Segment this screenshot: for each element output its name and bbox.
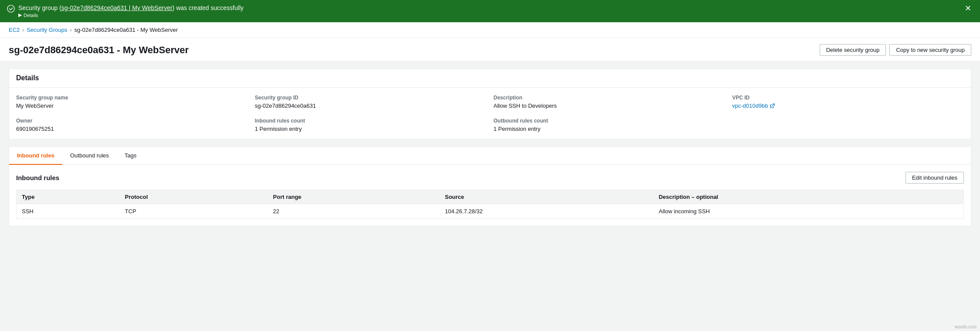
success-banner-text: Security group (sg-02e7d86294ce0a631 | M…	[18, 4, 244, 18]
col-type: Type	[17, 190, 120, 204]
success-banner-link[interactable]: sg-02e7d86294ce0a631 | My WebServer	[61, 4, 173, 11]
inbound-rules-title: Inbound rules	[16, 174, 59, 181]
details-card-body: Security group name My WebServer Securit…	[9, 88, 971, 139]
table-row: SSH TCP 22 104.26.7.28/32 Allow incoming…	[17, 204, 963, 219]
inbound-rules-section: Inbound rules Edit inbound rules Type Pr…	[9, 165, 971, 226]
page-title: sg-02e7d86294ce0a631 - My WebServer	[9, 44, 189, 56]
tabs-section: Inbound rules Outbound rules Tags Inboun…	[9, 147, 971, 226]
detail-inbound-count: Inbound rules count 1 Permission entry	[255, 118, 487, 132]
tab-tags[interactable]: Tags	[117, 147, 144, 165]
col-source: Source	[440, 190, 654, 204]
table-body: SSH TCP 22 104.26.7.28/32 Allow incoming…	[17, 204, 963, 219]
details-card-header: Details	[9, 69, 971, 88]
col-protocol: Protocol	[120, 190, 268, 204]
detail-label-sg-id: Security group ID	[255, 95, 487, 101]
svg-point-0	[7, 5, 14, 12]
breadcrumb-separator-1: ›	[22, 27, 24, 33]
success-banner-details[interactable]: ▶ Details	[18, 12, 244, 18]
detail-label-description: Description	[494, 95, 726, 101]
header-actions: Delete security group Copy to new securi…	[820, 44, 971, 56]
detail-value-sg-id: sg-02e7d86294ce0a631	[255, 102, 487, 109]
col-port-range: Port range	[268, 190, 440, 204]
tab-inbound-rules[interactable]: Inbound rules	[9, 147, 62, 165]
detail-security-group-name: Security group name My WebServer	[16, 95, 248, 109]
detail-placeholder	[732, 118, 964, 132]
detail-security-group-id: Security group ID sg-02e7d86294ce0a631	[255, 95, 487, 109]
col-description: Description – optional	[654, 190, 963, 204]
success-banner: Security group (sg-02e7d86294ce0a631 | M…	[0, 0, 980, 22]
details-toggle-label: Details	[24, 13, 38, 18]
details-toggle-icon: ▶	[18, 12, 22, 18]
success-icon	[7, 5, 15, 13]
detail-vpc-id: VPC ID vpc-d010d9bb	[732, 95, 964, 109]
success-banner-content: Security group (sg-02e7d86294ce0a631 | M…	[7, 4, 244, 18]
detail-value-vpc-id[interactable]: vpc-d010d9bb	[732, 102, 964, 109]
row-protocol: TCP	[120, 204, 268, 219]
row-description: Allow incoming SSH	[654, 204, 963, 219]
external-link-icon	[770, 103, 775, 109]
page-header: sg-02e7d86294ce0a631 - My WebServer Dele…	[0, 38, 980, 61]
detail-label-outbound-count: Outbound rules count	[494, 118, 726, 124]
row-type: SSH	[17, 204, 120, 219]
edit-inbound-rules-button[interactable]: Edit inbound rules	[905, 172, 964, 184]
tab-outbound-rules[interactable]: Outbound rules	[62, 147, 117, 165]
detail-value-description: Allow SSH to Developers	[494, 102, 726, 109]
details-card-title: Details	[16, 74, 39, 82]
details-card: Details Security group name My WebServer…	[9, 68, 971, 140]
breadcrumb-security-groups[interactable]: Security Groups	[27, 27, 67, 33]
detail-label-inbound-count: Inbound rules count	[255, 118, 487, 124]
row-source: 104.26.7.28/32	[440, 204, 654, 219]
banner-close-button[interactable]: ✕	[963, 4, 973, 12]
detail-label-vpc-id: VPC ID	[732, 95, 964, 101]
detail-label-owner: Owner	[16, 118, 248, 124]
detail-outbound-count: Outbound rules count 1 Permission entry	[494, 118, 726, 132]
delete-security-group-button[interactable]: Delete security group	[820, 44, 886, 56]
breadcrumb: EC2 › Security Groups › sg-02e7d86294ce0…	[0, 22, 980, 38]
breadcrumb-current: sg-02e7d86294ce0a631 - My WebServer	[75, 27, 178, 33]
success-banner-title: Security group (sg-02e7d86294ce0a631 | M…	[18, 4, 244, 11]
table-section-header: Inbound rules Edit inbound rules	[16, 172, 964, 184]
tabs-bar: Inbound rules Outbound rules Tags	[9, 147, 971, 165]
table-header: Type Protocol Port range Source Descript…	[17, 190, 963, 204]
inbound-rules-table: Type Protocol Port range Source Descript…	[17, 190, 963, 218]
copy-security-group-button[interactable]: Copy to new security group	[889, 44, 971, 56]
inbound-rules-table-wrapper: Type Protocol Port range Source Descript…	[16, 190, 964, 219]
detail-value-sg-name: My WebServer	[16, 102, 248, 109]
breadcrumb-ec2[interactable]: EC2	[9, 27, 20, 33]
detail-description: Description Allow SSH to Developers	[494, 95, 726, 109]
breadcrumb-separator-2: ›	[70, 27, 72, 33]
detail-owner: Owner 690190675251	[16, 118, 248, 132]
row-port-range: 22	[268, 204, 440, 219]
detail-value-outbound-count: 1 Permission entry	[494, 126, 726, 132]
details-grid: Security group name My WebServer Securit…	[16, 95, 964, 132]
detail-value-owner: 690190675251	[16, 126, 248, 132]
detail-label-sg-name: Security group name	[16, 95, 248, 101]
detail-value-inbound-count: 1 Permission entry	[255, 126, 487, 132]
